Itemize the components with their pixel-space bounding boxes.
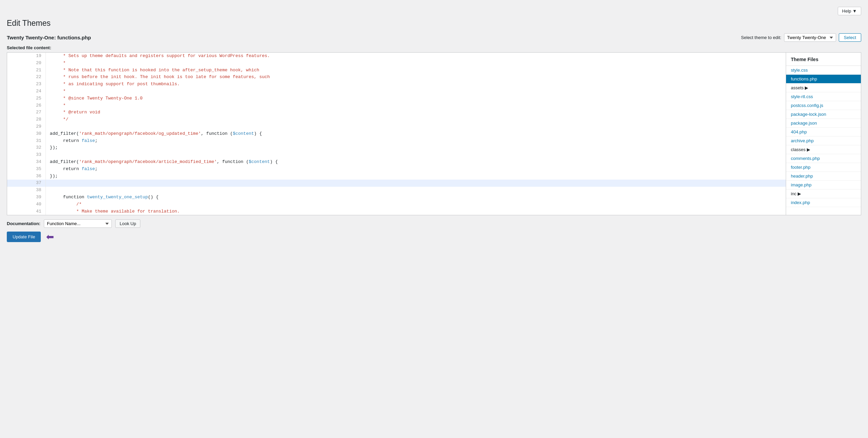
- theme-select-dropdown[interactable]: Twenty Twenty-One Twenty Twenty Twenty N…: [784, 33, 836, 42]
- doc-select[interactable]: Function Name...: [44, 219, 112, 228]
- list-item[interactable]: index.php: [786, 198, 861, 207]
- lookup-button[interactable]: Look Up: [115, 219, 140, 228]
- line-number: 32: [7, 144, 46, 151]
- line-code: *: [46, 88, 786, 95]
- theme-files-panel: Theme Files style.cssfunctions.phpassets…: [786, 53, 861, 215]
- line-number: 38: [7, 187, 46, 194]
- line-code: [46, 151, 786, 159]
- line-code: return false;: [46, 138, 786, 145]
- doc-label: Documentation:: [7, 221, 40, 226]
- line-number: 20: [7, 60, 46, 67]
- theme-select-label: Select theme to edit:: [741, 35, 781, 40]
- line-number: 23: [7, 81, 46, 88]
- line-code: [46, 180, 786, 187]
- select-theme-button[interactable]: Select: [839, 33, 861, 42]
- file-list: style.cssfunctions.phpassets ▶style-rtl.…: [786, 66, 861, 207]
- line-number: 25: [7, 95, 46, 102]
- page-title: Edit Themes: [7, 19, 861, 28]
- line-number: 30: [7, 130, 46, 138]
- code-editor[interactable]: 19 * Sets up theme defaults and register…: [7, 53, 786, 215]
- list-item[interactable]: inc ▶: [786, 189, 861, 198]
- list-item[interactable]: image.php: [786, 181, 861, 189]
- line-code: * Note that this function is hooked into…: [46, 67, 786, 74]
- line-code: function twenty_twenty_one_setup() {: [46, 194, 786, 201]
- line-number: 36: [7, 173, 46, 180]
- line-code: * @since Twenty Twenty-One 1.0: [46, 95, 786, 102]
- line-number: 27: [7, 109, 46, 116]
- theme-files-title: Theme Files: [786, 53, 861, 66]
- list-item[interactable]: classes ▶: [786, 145, 861, 154]
- line-number: 33: [7, 151, 46, 159]
- line-number: 41: [7, 208, 46, 215]
- line-number: 24: [7, 88, 46, 95]
- line-code: /*: [46, 201, 786, 208]
- list-item[interactable]: style-rtl.css: [786, 92, 861, 101]
- line-number: 40: [7, 201, 46, 208]
- line-number: 34: [7, 159, 46, 166]
- update-file-button[interactable]: Update File: [7, 232, 41, 242]
- line-number: 29: [7, 123, 46, 130]
- list-item[interactable]: header.php: [786, 172, 861, 181]
- line-code: * Make theme available for translation.: [46, 208, 786, 215]
- line-number: 26: [7, 102, 46, 109]
- line-code: *: [46, 60, 786, 67]
- list-item[interactable]: postcss.config.js: [786, 101, 861, 110]
- arrow-indicator: ➡: [46, 231, 54, 242]
- line-number: 28: [7, 116, 46, 123]
- line-number: 31: [7, 138, 46, 145]
- list-item[interactable]: assets ▶: [786, 84, 861, 92]
- list-item[interactable]: package.json: [786, 119, 861, 128]
- line-code: add_filter('rank_math/opengraph/facebook…: [46, 159, 786, 166]
- line-code: });: [46, 173, 786, 180]
- list-item[interactable]: 404.php: [786, 128, 861, 136]
- list-item[interactable]: footer.php: [786, 163, 861, 172]
- list-item[interactable]: package-lock.json: [786, 110, 861, 119]
- list-item[interactable]: style.css: [786, 66, 861, 75]
- line-code: * runs before the init hook. The init ho…: [46, 74, 786, 81]
- line-code: [46, 187, 786, 194]
- line-number: 21: [7, 67, 46, 74]
- list-item[interactable]: comments.php: [786, 154, 861, 163]
- file-title: Twenty Twenty-One: functions.php: [7, 35, 91, 40]
- selected-file-label: Selected file content:: [7, 45, 861, 50]
- line-number: 39: [7, 194, 46, 201]
- line-number: 19: [7, 53, 46, 60]
- line-code: * as indicating support for post thumbna…: [46, 81, 786, 88]
- line-number: 35: [7, 166, 46, 173]
- code-table: 19 * Sets up theme defaults and register…: [7, 53, 786, 215]
- line-code: add_filter('rank_math/opengraph/facebook…: [46, 130, 786, 138]
- line-code: * @return void: [46, 109, 786, 116]
- line-code: return false;: [46, 166, 786, 173]
- line-number: 22: [7, 74, 46, 81]
- line-code: * Sets up theme defaults and registers s…: [46, 53, 786, 60]
- line-code: [46, 123, 786, 130]
- line-code: */: [46, 116, 786, 123]
- list-item[interactable]: functions.php: [786, 75, 861, 84]
- line-code: *: [46, 102, 786, 109]
- list-item[interactable]: archive.php: [786, 136, 861, 145]
- line-number: 37: [7, 180, 46, 187]
- line-code: });: [46, 144, 786, 151]
- help-button[interactable]: Help ▼: [838, 7, 861, 15]
